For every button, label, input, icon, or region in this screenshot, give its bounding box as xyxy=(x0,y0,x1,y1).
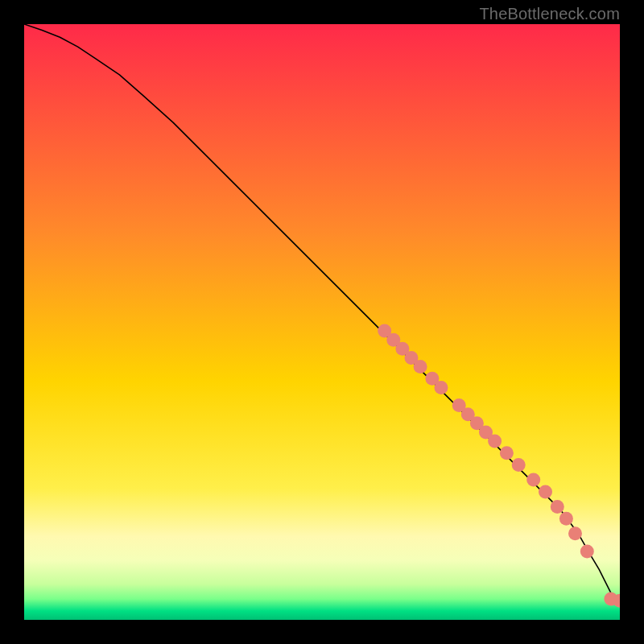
marker-dot xyxy=(512,458,526,472)
marker-dot xyxy=(526,473,540,487)
marker-dot xyxy=(435,381,448,394)
gradient-bg xyxy=(24,24,620,620)
marker-dot xyxy=(568,526,582,540)
marker-dot xyxy=(559,512,573,526)
marker-dot xyxy=(580,544,594,558)
marker-dot xyxy=(488,435,502,448)
marker-dot xyxy=(500,446,514,460)
marker-dot xyxy=(414,360,427,374)
chart-svg xyxy=(24,24,620,620)
chart-container: TheBottleneck.com xyxy=(0,0,644,644)
marker-dot xyxy=(551,500,564,514)
plot-area xyxy=(24,24,620,620)
marker-dot xyxy=(539,485,552,498)
attribution-text: TheBottleneck.com xyxy=(479,5,620,23)
